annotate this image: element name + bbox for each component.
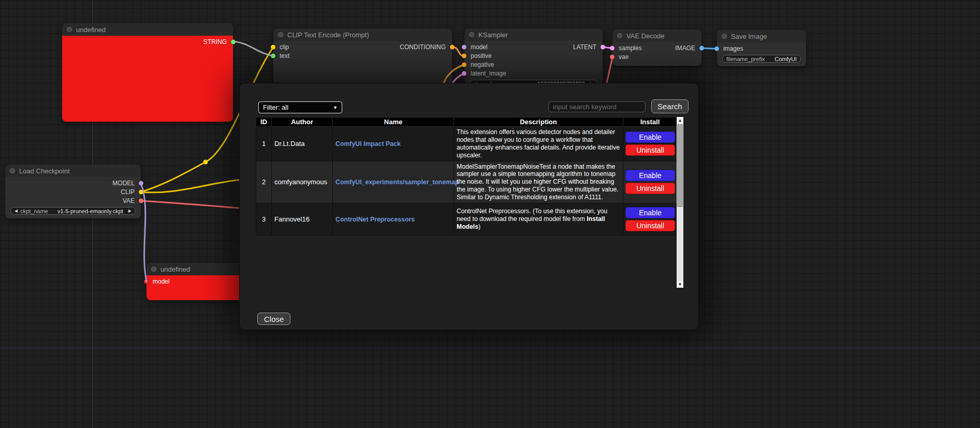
node-save-image[interactable]: Save Image images filename_prefix ComfyU… <box>717 30 806 66</box>
column-header-description: Description <box>454 117 623 127</box>
positive-input-port[interactable] <box>462 53 466 58</box>
widget-value[interactable]: v1-5-pruned-emaonly.ckpt <box>57 208 123 214</box>
extension-link[interactable]: ComfyUI_experiments/sampler_tonemap <box>335 179 459 186</box>
model-input-port[interactable] <box>144 279 149 284</box>
node-body: STRING <box>62 36 233 122</box>
node-body: samples IMAGE vae <box>612 42 701 66</box>
scroll-down-icon[interactable]: ▼ <box>677 281 683 288</box>
previous-arrow-icon[interactable]: ◀ <box>14 209 18 213</box>
widget-value[interactable]: ComfyUI <box>774 56 797 62</box>
table-scrollbar[interactable]: ▲ ▼ <box>677 117 683 288</box>
cell-name: ComfyUI Impact Pack <box>333 127 454 161</box>
node-titlebar[interactable]: CLIP Text Encode (Prompt) <box>273 28 452 41</box>
cell-id: 3 <box>256 203 272 235</box>
slot-row: text <box>273 51 452 60</box>
input-label: images <box>723 45 743 52</box>
table-row: 3 Fannovel16 ControlNet Preprocessors Co… <box>256 203 677 235</box>
collapse-dot-icon[interactable] <box>722 34 727 39</box>
scrollbar-thumb[interactable] <box>677 124 683 207</box>
text-input-port[interactable] <box>271 53 275 58</box>
node-ksampler[interactable]: KSampler model LATENT positive negative … <box>464 28 603 91</box>
collapse-dot-icon[interactable] <box>617 33 622 38</box>
collapse-dot-icon[interactable] <box>278 32 283 37</box>
cell-install: Enable Uninstall <box>623 127 677 161</box>
comfyui-app: { "canvas": { "nodes": { "undefined_top"… <box>0 0 980 428</box>
uninstall-button[interactable]: Uninstall <box>625 183 675 194</box>
enable-button[interactable]: Enable <box>625 131 675 143</box>
node-title-text: undefined <box>76 26 106 34</box>
slot-row: images <box>717 44 806 53</box>
close-button[interactable]: Close <box>257 313 290 325</box>
node-titlebar[interactable]: KSampler <box>464 28 603 41</box>
search-button[interactable]: Search <box>651 99 689 113</box>
column-header-author: Author <box>272 117 333 127</box>
uninstall-button[interactable]: Uninstall <box>625 220 675 231</box>
description-text: ControlNet Preprocessors. (To use this e… <box>457 208 607 223</box>
output-label: CONDITIONING <box>400 43 446 51</box>
cell-description: ControlNet Preprocessors. (To use this e… <box>454 203 623 235</box>
slot-row: positive <box>464 51 603 60</box>
conditioning-output-port[interactable] <box>450 45 455 49</box>
output-label: MODEL <box>112 180 135 187</box>
collapse-dot-icon[interactable] <box>67 27 72 32</box>
node-titlebar[interactable]: undefined <box>62 23 233 36</box>
slot-row: CLIP <box>5 187 141 196</box>
collapse-dot-icon[interactable] <box>469 32 474 37</box>
node-body: MODEL CLIP VAE ◀ ckpt_name v1-5-pruned-e… <box>5 177 141 218</box>
search-input[interactable] <box>548 101 646 112</box>
column-header-name: Name <box>333 117 454 127</box>
input-label: model <box>471 43 488 51</box>
extension-link[interactable]: ControlNet Preprocessors <box>335 216 415 223</box>
node-titlebar[interactable]: Save Image <box>717 30 806 42</box>
ckpt-name-widget[interactable]: ◀ ckpt_name v1-5-pruned-emaonly.ckpt ▶ <box>10 207 136 215</box>
output-label: LATENT <box>573 43 596 51</box>
images-input-port[interactable] <box>714 46 719 51</box>
scroll-up-icon[interactable]: ▲ <box>677 117 683 124</box>
collapse-dot-icon[interactable] <box>151 267 156 272</box>
slot-row: vae <box>612 52 701 61</box>
input-label: vae <box>619 53 628 61</box>
latent-output-port[interactable] <box>601 45 605 49</box>
vae-output-port[interactable] <box>139 198 143 203</box>
clip-input-port[interactable] <box>271 45 275 49</box>
string-output-port[interactable] <box>231 39 236 44</box>
model-input-port[interactable] <box>462 45 466 49</box>
widget-label: filename_prefix <box>726 56 765 62</box>
enable-button[interactable]: Enable <box>625 207 675 218</box>
input-label: negative <box>471 61 494 68</box>
node-titlebar[interactable]: VAE Decode <box>612 29 701 42</box>
enable-button[interactable]: Enable <box>625 170 675 181</box>
filter-select[interactable]: Filter: all ▼ <box>258 101 342 113</box>
extensions-table: ID Author Name Description Install 1 Dr.… <box>256 117 677 235</box>
table-header-row: ID Author Name Description Install <box>256 117 677 127</box>
link-reroute-dot[interactable] <box>203 160 208 165</box>
cell-name: ComfyUI_experiments/sampler_tonemap <box>333 161 454 203</box>
uninstall-button[interactable]: Uninstall <box>625 144 675 156</box>
node-vae-decode[interactable]: VAE Decode samples IMAGE vae <box>612 29 701 66</box>
cell-name: ControlNet Preprocessors <box>333 203 454 235</box>
extension-link[interactable]: ComfyUI Impact Pack <box>335 140 401 147</box>
image-output-port[interactable] <box>699 46 704 50</box>
cell-author: Fannovel16 <box>272 203 333 235</box>
node-titlebar[interactable]: Load Checkpoint <box>5 165 141 177</box>
clip-output-port[interactable] <box>139 189 143 194</box>
extensions-table-container: ID Author Name Description Install 1 Dr.… <box>256 117 683 288</box>
node-title-text: VAE Decode <box>626 32 664 40</box>
negative-input-port[interactable] <box>462 62 466 67</box>
latent-image-input-port[interactable] <box>462 71 466 76</box>
slot-row: LATENT <box>567 42 603 51</box>
description-text: ) <box>478 223 480 230</box>
table-row: 1 Dr.Lt.Data ComfyUI Impact Pack This ex… <box>256 127 677 161</box>
slot-row: MODEL <box>5 179 141 187</box>
vae-input-port[interactable] <box>610 54 615 59</box>
node-load-checkpoint[interactable]: Load Checkpoint MODEL CLIP VAE ◀ ckpt_na… <box>5 165 141 218</box>
node-undefined-top[interactable]: undefined STRING <box>62 23 233 122</box>
model-output-port[interactable] <box>139 181 143 185</box>
collapse-dot-icon[interactable] <box>10 168 15 173</box>
output-label: IMAGE <box>675 45 695 52</box>
next-arrow-icon[interactable]: ▶ <box>128 209 131 213</box>
filter-select-value: Filter: all <box>263 104 288 111</box>
slot-row: samples IMAGE <box>612 43 701 52</box>
filename-prefix-widget[interactable]: filename_prefix ComfyUI <box>722 55 801 63</box>
samples-input-port[interactable] <box>610 46 615 50</box>
